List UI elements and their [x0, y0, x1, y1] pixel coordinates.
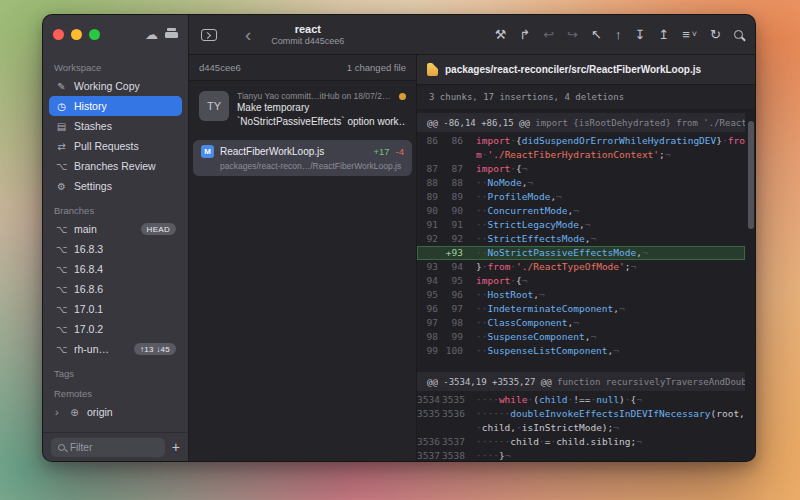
scrollbar[interactable]	[747, 115, 754, 457]
commit-message-line1: Make temporary	[237, 101, 406, 115]
deletions-count: -4	[396, 146, 404, 157]
sidebar-item-branches-review[interactable]: ⌥Branches Review	[49, 156, 182, 176]
sidebar-item-label: Settings	[74, 180, 112, 192]
cloud-sync-icon[interactable]: ☁	[145, 28, 158, 41]
close-window-button[interactable]	[53, 29, 64, 40]
old-line-number: 3534	[417, 393, 442, 407]
code-line[interactable]: 35363537······child·=·child.sibling;¬	[417, 435, 745, 449]
sidebar-item-label: 17.0.2	[74, 323, 103, 335]
js-file-icon	[427, 63, 438, 76]
code-line[interactable]: +93··NoStrictPassiveEffectsMode,¬	[417, 246, 745, 260]
sidebar-item-settings[interactable]: ⚙Settings	[49, 176, 182, 196]
sidebar-item-label: Branches Review	[74, 160, 156, 172]
filter-placeholder: Filter	[70, 442, 92, 453]
printer-icon[interactable]	[165, 28, 178, 40]
add-button[interactable]: +	[172, 440, 180, 454]
old-line-number: 90	[417, 204, 442, 218]
section-title-tags: Tags	[54, 368, 177, 379]
code-text: ····while·(child·!==·null)·{¬	[472, 393, 745, 407]
new-line-number: 99	[442, 330, 467, 344]
hunk-header: @@ -86,14 +86,15 @@ import {isRootDehydr…	[417, 113, 745, 132]
old-line-number: 95	[417, 288, 442, 302]
code-text: ··ConcurrentMode,¬	[472, 204, 745, 218]
sidebar-item-16-8-6[interactable]: ⌥16.8.6	[49, 279, 182, 299]
code-line[interactable]: 35343535····while·(child·!==·null)·{¬	[417, 393, 745, 407]
sidebar-item-label: Working Copy	[74, 80, 140, 92]
diff-summary: 3 chunks, 17 insertions, 4 deletions	[417, 85, 755, 110]
pull-request-icon: ⇄	[55, 141, 68, 152]
sidebar-item-label: 17.0.1	[74, 303, 103, 315]
code-line[interactable]: 9697··IndeterminateComponent,¬	[417, 302, 745, 316]
minimize-window-button[interactable]	[71, 29, 82, 40]
back-icon[interactable]: ‹	[245, 25, 251, 44]
branch-icon: ⌥	[55, 324, 68, 335]
new-line-number: 94	[442, 260, 467, 274]
code-line[interactable]: 8888··NoMode,¬	[417, 176, 745, 190]
sidebar-item-rh-un[interactable]: ⌥rh-un…↑13 ↓45	[49, 339, 182, 359]
code-line[interactable]: 9495import·{¬	[417, 274, 745, 288]
unstash-icon[interactable]: ↥	[658, 28, 669, 41]
code-line[interactable]: 9596··HostRoot,¬	[417, 288, 745, 302]
amend-tools-icon[interactable]: ⚒	[495, 28, 507, 41]
pencil-icon: ✎	[55, 81, 68, 92]
globe-icon: ⊕	[68, 407, 81, 418]
diff-header: packages/react-reconciler/src/ReactFiber…	[417, 55, 755, 85]
sidebar-item-main[interactable]: ⌥mainHEAD	[49, 219, 182, 239]
scrollbar-thumb[interactable]	[748, 121, 754, 229]
chevron-right-icon[interactable]: ›	[55, 406, 62, 418]
code-line[interactable]: 8686import·{didSuspendOrErrorWhileHydrat…	[417, 134, 745, 162]
code-line[interactable]: 99100··SuspenseListComponent,¬	[417, 344, 745, 358]
code-line[interactable]: 8787import·{¬	[417, 162, 745, 176]
push-icon[interactable]: ↑	[615, 28, 622, 41]
diff-file-path: packages/react-reconciler/src/ReactFiber…	[445, 64, 701, 75]
view-options-icon[interactable]: ≡˅	[682, 28, 697, 41]
sidebar-item-label: 16.8.6	[74, 283, 103, 295]
stash-icon[interactable]: ↧	[634, 28, 645, 41]
pointer-icon[interactable]: ↖	[591, 28, 602, 41]
code-text: ··StrictLegacyMode,¬	[472, 218, 745, 232]
old-line-number: 3537	[417, 449, 442, 461]
code-line[interactable]: 9798··ClassComponent,¬	[417, 316, 745, 330]
filter-input[interactable]: Filter	[51, 438, 165, 457]
code-line[interactable]: 9394}·from·'./ReactTypeOfMode';¬	[417, 260, 745, 274]
code-line[interactable]: 9090··ConcurrentMode,¬	[417, 204, 745, 218]
old-line-number: 96	[417, 302, 442, 316]
sidebar-item-label: 16.8.3	[74, 243, 103, 255]
new-line-number: 88	[442, 176, 467, 190]
old-line-number: 92	[417, 232, 442, 246]
code-line[interactable]: 9899··SuspenseComponent,¬	[417, 330, 745, 344]
sidebar: ☁ Workspace✎Working Copy◷History▤Stashes…	[43, 15, 189, 461]
sidebar-item-16-8-3[interactable]: ⌥16.8.3	[49, 239, 182, 259]
code-line[interactable]: 9292··StrictEffectsMode,¬	[417, 232, 745, 246]
additions-count: +17	[373, 146, 389, 157]
search-icon[interactable]	[734, 30, 743, 39]
sidebar-item-17-0-1[interactable]: ⌥17.0.1	[49, 299, 182, 319]
diff-code: @@ -86,14 +86,15 @@ import {isRootDehydr…	[417, 110, 755, 461]
new-line-number: 3538	[442, 449, 467, 461]
section-title-branches: Branches	[54, 205, 177, 216]
file-item[interactable]: M ReactFiberWorkLoop.js +17 -4 packages/…	[193, 140, 412, 176]
refresh-icon[interactable]: ↻	[710, 28, 721, 41]
sidebar-item-stashes[interactable]: ▤Stashes	[49, 116, 182, 136]
sidebar-item-pull-requests[interactable]: ⇄Pull Requests	[49, 136, 182, 156]
new-line-number: 98	[442, 316, 467, 330]
sidebar-item-16-8-4[interactable]: ⌥16.8.4	[49, 259, 182, 279]
code-line[interactable]: 8989··ProfileMode,¬	[417, 190, 745, 204]
commit-item[interactable]: TY Tianyu Yao committ…itHub on 18/07/202…	[189, 81, 416, 137]
branch-icon: ⌥	[55, 284, 68, 295]
toggle-sidebar-icon[interactable]	[201, 29, 217, 41]
sidebar-item-working-copy[interactable]: ✎Working Copy	[49, 76, 182, 96]
sidebar-item-origin[interactable]: ›⊕origin	[49, 402, 182, 422]
share-icon[interactable]: ↱	[519, 28, 530, 41]
zoom-window-button[interactable]	[89, 29, 100, 40]
file-path: packages/react-recon…/ReactFiberWorkLoop…	[220, 161, 404, 171]
commit-text: Tianyu Yao committ…itHub on 18/07/2023 M…	[237, 91, 406, 129]
undo-icon[interactable]: ↩	[543, 28, 554, 41]
search-icon	[58, 444, 65, 451]
code-line[interactable]: 9191··StrictLegacyMode,¬	[417, 218, 745, 232]
code-line[interactable]: 35353536······doubleInvokeEffectsInDEVIf…	[417, 407, 745, 435]
code-line[interactable]: 35373538····}¬	[417, 449, 745, 461]
redo-icon[interactable]: ↪	[567, 28, 578, 41]
sidebar-item-history[interactable]: ◷History	[49, 96, 182, 116]
sidebar-item-17-0-2[interactable]: ⌥17.0.2	[49, 319, 182, 339]
